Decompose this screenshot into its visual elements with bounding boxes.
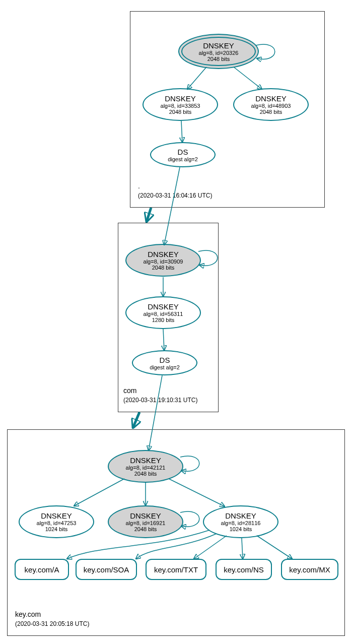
node-key-z2-title: DNSKEY [130,511,161,520]
node-key-ksk-title: DNSKEY [130,456,161,465]
node-root-zsk-title: DNSKEY [165,94,196,103]
node-key-z3: DNSKEY alg=8, id=28116 1024 bits [203,505,278,538]
node-root-ext-title: DNSKEY [255,94,287,103]
node-root-ds-title: DS [178,148,188,156]
node-key-z2-line3: 2048 bits [134,526,157,532]
node-com-zsk: DNSKEY alg=8, id=56311 1280 bits [125,296,201,329]
node-com-ds: DS digest alg=2 [132,350,197,375]
node-key-z3-line3: 1024 bits [230,526,252,532]
node-root-ksk-line3: 2048 bits [207,56,230,62]
node-root-ksk-line2: alg=8, id=20326 [199,50,239,56]
node-com-ksk-line3: 2048 bits [152,265,175,271]
node-root-ds: DS digest alg=2 [150,142,216,167]
node-root-ext-line2: alg=8, id=48903 [251,103,291,109]
zone-key-ts: (2020-03-31 20:05:18 UTC) [15,620,89,627]
node-root-zsk-line2: alg=8, id=33853 [161,103,200,109]
rr-soa: key.com/SOA [76,559,137,580]
node-key-z1-line2: alg=8, id=47253 [37,520,77,526]
node-root-ext: DNSKEY alg=8, id=48903 2048 bits [233,88,309,121]
node-root-ext-line3: 2048 bits [260,109,283,115]
zone-com-ts: (2020-03-31 19:10:31 UTC) [123,397,197,404]
zone-com-label: com (2020-03-31 19:10:31 UTC) [123,386,197,405]
zone-root-label: . (2020-03-31 16:04:16 UTC) [138,181,212,200]
node-key-z3-title: DNSKEY [225,511,256,520]
node-root-ksk-title: DNSKEY [203,41,234,50]
rr-mx: key.com/MX [281,559,338,580]
svg-line-8 [133,412,139,428]
node-root-ksk: DNSKEY alg=8, id=20326 2048 bits [178,34,259,69]
node-com-zsk-line3: 1280 bits [152,317,175,323]
node-root-zsk-line3: 2048 bits [169,109,192,115]
node-key-ksk-line2: alg=8, id=42121 [126,465,166,471]
node-key-ksk-line3: 2048 bits [134,471,157,477]
node-key-z2-line2: alg=8, id=16921 [126,520,166,526]
zone-root-name: . [138,182,140,190]
node-key-z2: DNSKEY alg=8, id=16921 2048 bits [108,505,183,538]
node-key-z3-line2: alg=8, id=28116 [221,520,261,526]
node-key-ksk: DNSKEY alg=8, id=42121 2048 bits [108,450,183,483]
node-root-ds-line2: digest alg=2 [168,156,198,162]
node-key-z1-title: DNSKEY [41,511,72,520]
zone-com-name: com [123,387,136,395]
rr-a: key.com/A [15,559,69,580]
zone-root-ts: (2020-03-31 16:04:16 UTC) [138,192,212,199]
zone-key-label: key.com (2020-03-31 20:05:18 UTC) [15,610,89,628]
node-com-ksk: DNSKEY alg=8, id=30909 2048 bits [125,244,201,277]
node-com-ksk-title: DNSKEY [148,250,179,259]
node-com-ds-line2: digest alg=2 [150,364,180,370]
rr-ns: key.com/NS [216,559,272,580]
node-com-ksk-line2: alg=8, id=30909 [144,259,183,265]
node-key-z1-line3: 1024 bits [45,526,68,532]
node-com-zsk-title: DNSKEY [148,302,179,311]
node-com-zsk-line2: alg=8, id=56311 [144,311,183,317]
node-root-zsk: DNSKEY alg=8, id=33853 2048 bits [143,88,218,121]
rr-txt: key.com/TXT [146,559,206,580]
node-com-ds-title: DS [160,356,170,364]
node-key-z1: DNSKEY alg=8, id=47253 1024 bits [19,505,94,538]
svg-line-4 [147,208,151,222]
zone-key-name: key.com [15,610,41,618]
